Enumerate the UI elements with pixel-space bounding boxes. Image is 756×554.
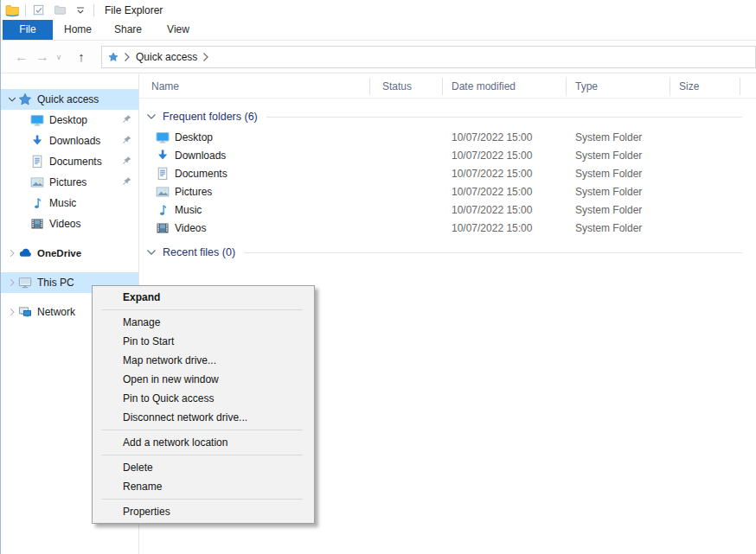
column-header-size[interactable]: Size [670, 78, 740, 95]
tab-view[interactable]: View [153, 20, 203, 40]
address-bar[interactable]: Quick access [101, 46, 756, 68]
file-row-documents[interactable]: Documents 10/07/2022 15:00 System Folder [139, 164, 756, 182]
pictures-icon [30, 175, 44, 189]
file-type: System Folder [567, 150, 670, 162]
quick-access-toolbar: File Explorer [4, 3, 163, 18]
sidebar-item-label: Downloads [49, 135, 100, 147]
breadcrumb-chevron-icon[interactable] [202, 52, 209, 62]
menu-item-disconnect-network-drive[interactable]: Disconnect network drive... [93, 408, 314, 427]
file-row-videos[interactable]: Videos 10/07/2022 15:00 System Folder [139, 219, 756, 237]
sidebar-item-label: Music [49, 197, 76, 209]
group-label: Recent files (0) [163, 246, 235, 258]
sidebar-item-music[interactable]: Music [1, 193, 138, 213]
documents-icon [30, 155, 44, 169]
network-icon [18, 305, 32, 319]
recent-locations-chevron-icon[interactable]: ∨ [53, 53, 65, 61]
sidebar-item-label: Desktop [49, 114, 87, 126]
sidebar-item-onedrive[interactable]: OneDrive [1, 243, 138, 264]
chevron-right-icon[interactable] [6, 248, 18, 258]
group-chevron-icon[interactable] [146, 112, 157, 121]
file-date-modified: 10/07/2022 15:00 [443, 168, 567, 180]
frequent-folders-rows: Desktop 10/07/2022 15:00 System Folder D… [139, 128, 756, 237]
downloads-icon [30, 134, 44, 148]
breadcrumb-chevron-icon[interactable] [124, 52, 131, 62]
file-name: Videos [175, 222, 206, 234]
sidebar-item-desktop[interactable]: Desktop [1, 110, 138, 131]
sidebar-group-gap [1, 234, 138, 243]
quick-access-star-icon [108, 52, 119, 62]
column-header-status[interactable]: Status [370, 78, 443, 95]
sidebar-item-pictures[interactable]: Pictures [1, 172, 138, 193]
file-date-modified: 10/07/2022 15:00 [443, 131, 567, 143]
menu-item-map-network-drive[interactable]: Map network drive... [93, 351, 314, 370]
group-divider [244, 252, 742, 253]
context-menu: Expand Manage Pin to Start Map network d… [92, 285, 315, 524]
file-row-pictures[interactable]: Pictures 10/07/2022 15:00 System Folder [139, 182, 756, 201]
desktop-icon [30, 113, 44, 127]
videos-icon [30, 217, 44, 231]
tab-home[interactable]: Home [53, 20, 103, 40]
tab-share[interactable]: Share [103, 20, 153, 40]
file-name: Desktop [175, 131, 213, 143]
menu-separator [101, 455, 303, 455]
group-header-recent-files[interactable]: Recent files (0) [146, 245, 756, 260]
menu-item-expand[interactable]: Expand [93, 288, 314, 307]
breadcrumb-location[interactable]: Quick access [136, 51, 197, 63]
tab-file[interactable]: File [3, 20, 53, 40]
file-date-modified: 10/07/2022 15:00 [443, 150, 567, 162]
column-header-name[interactable]: Name [139, 78, 370, 95]
file-name: Downloads [175, 150, 226, 162]
sidebar-item-label: Videos [49, 218, 80, 230]
this-pc-icon [18, 276, 32, 290]
menu-item-manage[interactable]: Manage [93, 313, 314, 332]
customize-quick-access-toolbar-icon[interactable] [73, 3, 88, 18]
sidebar-item-label: OneDrive [37, 248, 81, 258]
menu-item-pin-to-quick-access[interactable]: Pin to Quick access [93, 389, 314, 408]
downloads-icon [156, 149, 170, 162]
sidebar-item-documents[interactable]: Documents [1, 151, 138, 172]
group-divider [266, 117, 742, 118]
menu-item-add-a-network-location[interactable]: Add a network location [93, 433, 314, 452]
menu-separator [101, 499, 303, 500]
documents-icon [156, 167, 170, 181]
file-date-modified: 10/07/2022 15:00 [443, 186, 567, 198]
group-label: Frequent folders (6) [163, 111, 258, 123]
menu-item-rename[interactable]: Rename [93, 477, 314, 496]
sidebar-group-gap [1, 264, 138, 272]
onedrive-cloud-icon [18, 246, 32, 260]
chevron-down-icon[interactable] [6, 94, 18, 105]
menu-item-delete[interactable]: Delete [93, 458, 314, 477]
file-row-music[interactable]: Music 10/07/2022 15:00 System Folder [139, 201, 756, 219]
sidebar-item-quick-access[interactable]: Quick access [1, 89, 138, 110]
group-chevron-icon[interactable] [146, 248, 157, 257]
forward-icon[interactable]: → [32, 50, 53, 64]
menu-item-pin-to-start[interactable]: Pin to Start [93, 332, 314, 351]
new-folder-icon[interactable] [52, 3, 67, 18]
title-bar: File Explorer [1, 0, 756, 20]
file-type: System Folder [567, 131, 670, 143]
properties-checkbox-icon[interactable] [31, 3, 47, 18]
file-row-desktop[interactable]: Desktop 10/07/2022 15:00 System Folder [139, 128, 756, 146]
sidebar-item-downloads[interactable]: Downloads [1, 131, 138, 151]
file-type: System Folder [567, 168, 670, 180]
pin-icon [122, 114, 132, 127]
sidebar-item-label: Quick access [37, 93, 99, 105]
menu-item-open-in-new-window[interactable]: Open in new window [93, 370, 314, 389]
back-icon[interactable]: ← [11, 50, 32, 64]
group-header-frequent-folders[interactable]: Frequent folders (6) [146, 109, 756, 124]
navigation-bar: ← → ∨ ↑ Quick access [1, 41, 756, 73]
toolbar-separator [93, 4, 94, 16]
file-name: Pictures [175, 186, 212, 198]
menu-item-properties[interactable]: Properties [93, 502, 314, 521]
column-header-date-modified[interactable]: Date modified [443, 78, 567, 95]
chevron-right-icon[interactable] [6, 277, 18, 288]
chevron-right-icon[interactable] [6, 307, 18, 317]
videos-icon [156, 221, 170, 235]
ribbon-tab-bar: File Home Share View [1, 20, 756, 41]
sidebar-item-label: Documents [49, 156, 102, 168]
sidebar-item-videos[interactable]: Videos [1, 213, 138, 234]
file-row-downloads[interactable]: Downloads 10/07/2022 15:00 System Folder [139, 146, 756, 164]
up-icon[interactable]: ↑ [70, 49, 93, 64]
desktop-icon [156, 131, 170, 144]
column-header-type[interactable]: Type [567, 78, 670, 95]
